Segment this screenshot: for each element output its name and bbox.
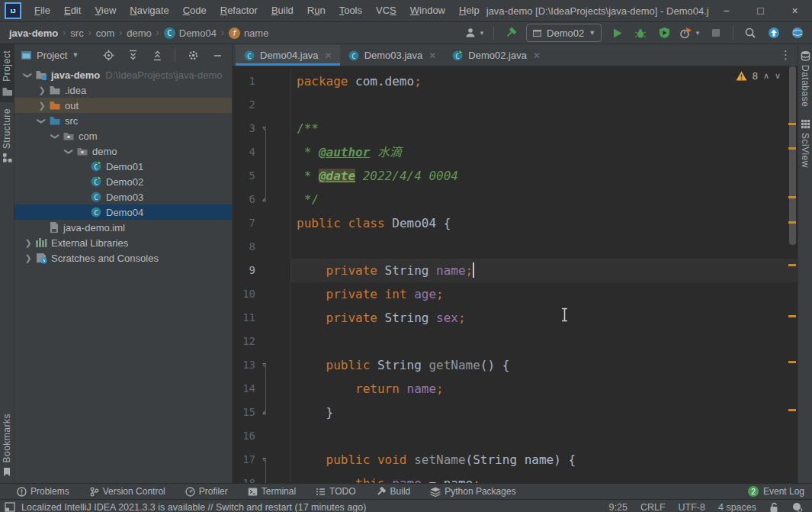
line-number[interactable]: 1 xyxy=(233,69,255,93)
code-line-18[interactable]: 18 this.name = name; xyxy=(233,472,798,483)
prev-warning-icon[interactable]: ∧ xyxy=(763,71,769,81)
run-with-coverage-button[interactable] xyxy=(656,24,672,41)
settings-button[interactable] xyxy=(185,47,201,63)
ide-update-button[interactable] xyxy=(765,24,782,41)
close-icon[interactable]: ✕ xyxy=(533,50,541,61)
breadcrumb-name[interactable]: fname xyxy=(229,27,269,39)
caret-position-widget[interactable]: 9:25 xyxy=(609,502,627,512)
warning-stripe-mark[interactable] xyxy=(788,221,796,224)
event-log-button[interactable]: 2 Event Log xyxy=(748,486,804,497)
close-icon[interactable]: ✕ xyxy=(428,50,436,61)
user-menu-button[interactable]: ▼ xyxy=(464,24,485,41)
close-button[interactable]: × xyxy=(778,0,812,21)
menu-refactor[interactable]: Refactor xyxy=(213,0,265,21)
menu-navigate[interactable]: Navigate xyxy=(123,0,175,21)
collapse-all-button[interactable] xyxy=(149,47,165,63)
stripe-button-structure[interactable]: Structure xyxy=(0,102,14,169)
tree-item-java-demo[interactable]: ❯java-demoD:\IdeaProjects\java-demo xyxy=(14,67,232,82)
code-line-5[interactable]: 5 * @date 2022/4/4 0004 xyxy=(233,164,798,188)
line-number[interactable]: 3 xyxy=(233,117,255,140)
code-line-9[interactable]: 9 private String name; xyxy=(233,259,798,282)
code-line-14[interactable]: 14 return name; xyxy=(233,377,798,401)
project-panel-title[interactable]: Project xyxy=(37,50,67,61)
indent-widget[interactable]: 4 spaces xyxy=(718,502,756,512)
stripe-button-sciview[interactable]: SciView xyxy=(798,113,812,174)
breadcrumb-src[interactable]: src xyxy=(70,27,83,39)
toolwindow-button-python-packages[interactable]: Python Packages xyxy=(430,486,515,497)
line-number[interactable]: 12 xyxy=(233,330,255,353)
line-number[interactable]: 4 xyxy=(233,140,255,164)
highlighting-level-icon[interactable] xyxy=(791,502,803,512)
warning-stripe-mark[interactable] xyxy=(788,196,796,198)
code-line-16[interactable]: 16 xyxy=(233,424,798,448)
fold-gutter[interactable]: ▿ xyxy=(255,448,290,472)
fold-gutter[interactable]: ▿ xyxy=(255,353,290,377)
menu-view[interactable]: View xyxy=(88,0,123,21)
run-config-combo[interactable]: Demo02▼ xyxy=(526,24,602,42)
tree-item-demo04[interactable]: CDemo04 xyxy=(14,204,232,220)
code-editor[interactable]: 1package com.demo;23▿/**4 * @author 水滴5 … xyxy=(233,66,798,483)
tree-chevron-icon[interactable]: ❯ xyxy=(36,85,48,95)
tab-demo04-java[interactable]: CDemo04.java✕ xyxy=(236,45,340,66)
tree-chevron-icon[interactable]: ❯ xyxy=(22,70,34,80)
status-message[interactable]: Localized IntelliJ IDEA 2021.3.3 is avai… xyxy=(21,502,366,512)
line-number[interactable]: 9 xyxy=(233,259,255,282)
toolwindow-button-build[interactable]: Build xyxy=(376,486,411,497)
tree-item-scratches-and-consoles[interactable]: ❯Scratches and Consoles xyxy=(14,250,232,266)
minimize-button[interactable]: − xyxy=(709,0,743,21)
tree-item-com[interactable]: ❯com xyxy=(14,128,232,143)
code-line-13[interactable]: 13▿ public String getName() { xyxy=(233,353,798,377)
line-number[interactable]: 16 xyxy=(233,424,255,448)
line-number[interactable]: 11 xyxy=(233,306,255,330)
code-line-11[interactable]: 11 private String sex; xyxy=(233,306,798,330)
code-line-10[interactable]: 10 private int age; xyxy=(233,282,798,306)
line-number[interactable]: 13 xyxy=(233,353,255,377)
menu-window[interactable]: Window xyxy=(403,0,452,21)
line-number[interactable]: 15 xyxy=(233,401,255,424)
code-line-1[interactable]: 1package com.demo; xyxy=(233,69,798,93)
code-line-3[interactable]: 3▿/** xyxy=(233,117,798,140)
hide-button[interactable] xyxy=(209,47,226,63)
tree-item-out[interactable]: ❯out xyxy=(14,98,232,113)
code-line-12[interactable]: 12 xyxy=(233,330,798,353)
tool-windows-toggle-icon[interactable] xyxy=(5,502,15,512)
menu-code[interactable]: Code xyxy=(176,0,213,21)
breadcrumb-java-demo[interactable]: java-demo xyxy=(9,27,58,39)
warning-stripe-mark[interactable] xyxy=(788,315,796,317)
stripe-button-project[interactable]: Project xyxy=(0,44,14,102)
code-line-2[interactable]: 2 xyxy=(233,93,798,117)
tab-options-icon[interactable]: ⋮ xyxy=(780,44,791,66)
tree-item-external-libraries[interactable]: ❯External Libraries xyxy=(14,235,232,250)
warning-stripe-mark[interactable] xyxy=(788,264,796,266)
line-number[interactable]: 2 xyxy=(233,93,255,117)
line-number[interactable]: 7 xyxy=(233,211,255,235)
tree-chevron-icon[interactable]: ❯ xyxy=(22,238,34,248)
menu-run[interactable]: Run xyxy=(300,0,332,21)
line-number[interactable]: 14 xyxy=(233,377,255,401)
stripe-button-bookmarks[interactable]: Bookmarks xyxy=(0,407,14,483)
stop-button[interactable] xyxy=(708,24,724,41)
breadcrumb-demo04[interactable]: CDemo04 xyxy=(164,27,217,39)
menu-file[interactable]: File xyxy=(27,0,57,21)
scrollbar-thumb[interactable] xyxy=(789,66,796,245)
code-line-4[interactable]: 4 * @author 水滴 xyxy=(233,140,798,164)
code-line-17[interactable]: 17▿ public void setName(String name) { xyxy=(233,448,798,472)
line-number[interactable]: 8 xyxy=(233,235,255,259)
fold-gutter[interactable]: ▵ xyxy=(255,401,290,424)
toolwindow-button-todo[interactable]: TODO xyxy=(316,486,355,497)
project-tree[interactable]: ❯java-demoD:\IdeaProjects\java-demo❯.ide… xyxy=(14,66,232,483)
warning-stripe-mark[interactable] xyxy=(788,361,796,363)
toolwindow-button-problems[interactable]: Problems xyxy=(17,486,69,497)
line-number[interactable]: 6 xyxy=(233,188,255,211)
code-line-15[interactable]: 15▵ } xyxy=(233,401,798,424)
tree-chevron-icon[interactable]: ❯ xyxy=(50,131,62,141)
tree-item-demo[interactable]: ❯demo xyxy=(14,143,232,159)
maximize-button[interactable]: □ xyxy=(743,0,778,21)
debug-button[interactable] xyxy=(632,24,649,41)
menu-vcs[interactable]: VCS xyxy=(369,0,403,21)
error-stripe[interactable] xyxy=(787,66,798,483)
profiler-button[interactable]: ▼ xyxy=(679,24,701,41)
warning-stripe-mark[interactable] xyxy=(788,409,796,411)
line-number[interactable]: 18 xyxy=(233,472,255,483)
tree-chevron-icon[interactable]: ❯ xyxy=(22,253,34,263)
